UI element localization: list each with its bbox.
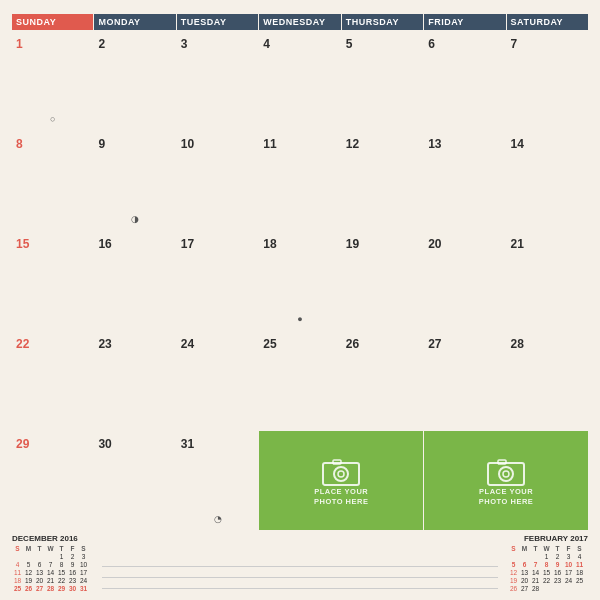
svg-point-1	[334, 467, 348, 481]
mini-day: 24	[78, 577, 89, 584]
photo-placeholder-2[interactable]: PLACE YOURPHOTO HERE	[424, 431, 588, 530]
mini-day: 2	[67, 553, 78, 560]
mini-day: 26	[508, 585, 519, 592]
mini-day: 23	[67, 577, 78, 584]
mini-day	[508, 553, 519, 560]
mini-day: 9	[552, 561, 563, 568]
day-cell-16: 16	[94, 231, 175, 330]
photo-text-1: PLACE YOURPHOTO HERE	[314, 487, 368, 507]
day-number: 8	[16, 137, 23, 151]
mini-day: 22	[541, 577, 552, 584]
mini-day	[530, 553, 541, 560]
day-number: 18	[263, 237, 276, 251]
day-cell-1: 1○	[12, 31, 93, 130]
day-cell-5: 5	[342, 31, 423, 130]
day-number: 7	[511, 37, 518, 51]
day-number: 21	[511, 237, 524, 251]
mini-day: 7	[530, 561, 541, 568]
mini-header: T	[530, 545, 541, 552]
day-cell-30: 30	[94, 431, 175, 530]
day-header-monday: MONDAY	[94, 14, 175, 30]
mini-day: 14	[45, 569, 56, 576]
mini-header: M	[519, 545, 530, 552]
svg-point-5	[499, 467, 513, 481]
mini-day: 1	[56, 553, 67, 560]
mini-day: 21	[45, 577, 56, 584]
day-number: 28	[511, 337, 524, 351]
mini-day: 18	[12, 577, 23, 584]
next-mini-cal: FEBRUARY 2017 SMTWTFS1234567891011121314…	[508, 534, 588, 592]
mini-day: 11	[574, 561, 585, 568]
day-cell-10: 10	[177, 131, 258, 230]
mini-day: 10	[563, 561, 574, 568]
day-number: 11	[263, 137, 276, 151]
mini-day: 3	[563, 553, 574, 560]
mini-header: F	[563, 545, 574, 552]
mini-day: 25	[574, 577, 585, 584]
mini-day	[23, 553, 34, 560]
mini-day	[34, 553, 45, 560]
mini-header: F	[67, 545, 78, 552]
mini-day: 8	[541, 561, 552, 568]
mini-day: 6	[34, 561, 45, 568]
mini-day: 24	[563, 577, 574, 584]
calendar-grid: 1○23456789◑101112131415161718●1920212223…	[12, 31, 588, 530]
mini-day: 9	[67, 561, 78, 568]
mini-day	[541, 585, 552, 592]
mini-header: S	[12, 545, 23, 552]
day-cell-17: 17	[177, 231, 258, 330]
mini-day: 4	[574, 553, 585, 560]
mini-day: 21	[530, 577, 541, 584]
mini-header: M	[23, 545, 34, 552]
mini-header: T	[552, 545, 563, 552]
mini-day: 20	[34, 577, 45, 584]
mini-day: 29	[56, 585, 67, 592]
mini-day: 3	[78, 553, 89, 560]
day-number: 10	[181, 137, 194, 151]
day-number: 14	[511, 137, 524, 151]
day-number: 9	[98, 137, 105, 151]
calendar-page: SUNDAYMONDAYTUESDAYWEDNESDAYTHURSDAYFRID…	[0, 0, 600, 600]
day-number: 3	[181, 37, 188, 51]
svg-point-7	[503, 471, 509, 477]
mini-header: T	[34, 545, 45, 552]
day-number: 20	[428, 237, 441, 251]
next-cal-grid: SMTWTFS123456789101112131415161718192021…	[508, 545, 588, 592]
mini-day: 12	[508, 569, 519, 576]
day-cell-31: 31◔	[177, 431, 258, 530]
day-number: 13	[428, 137, 441, 151]
mini-header: W	[45, 545, 56, 552]
mini-day	[552, 585, 563, 592]
day-cell-18: 18●	[259, 231, 340, 330]
day-cell-22: 22	[12, 331, 93, 430]
day-number: 4	[263, 37, 270, 51]
day-number: 2	[98, 37, 105, 51]
mini-day	[45, 553, 56, 560]
day-cell-24: 24	[177, 331, 258, 430]
mini-day	[519, 553, 530, 560]
day-cell-7: 7	[507, 31, 588, 130]
photo-placeholder-1[interactable]: PLACE YOURPHOTO HERE	[259, 431, 423, 530]
day-number: 25	[263, 337, 276, 351]
day-number: 16	[98, 237, 111, 251]
mini-day: 27	[34, 585, 45, 592]
day-number: 12	[346, 137, 359, 151]
day-number: 5	[346, 37, 353, 51]
prev-cal-grid: SMTWTFS123456789101112131415161718192021…	[12, 545, 92, 592]
mini-day: 2	[552, 553, 563, 560]
mini-day: 28	[45, 585, 56, 592]
day-number: 31	[181, 437, 194, 451]
mini-day: 5	[23, 561, 34, 568]
mini-day	[574, 585, 585, 592]
mini-day: 15	[56, 569, 67, 576]
day-header-saturday: SATURDAY	[507, 14, 588, 30]
day-number: 23	[98, 337, 111, 351]
mini-day: 25	[12, 585, 23, 592]
prev-mini-cal: DECEMBER 2016 SMTWTFS1234567891011121314…	[12, 534, 92, 592]
mini-day	[12, 553, 23, 560]
mini-day: 18	[574, 569, 585, 576]
mini-day: 30	[67, 585, 78, 592]
mini-day: 7	[45, 561, 56, 568]
day-header-wednesday: WEDNESDAY	[259, 14, 340, 30]
mini-day: 22	[56, 577, 67, 584]
